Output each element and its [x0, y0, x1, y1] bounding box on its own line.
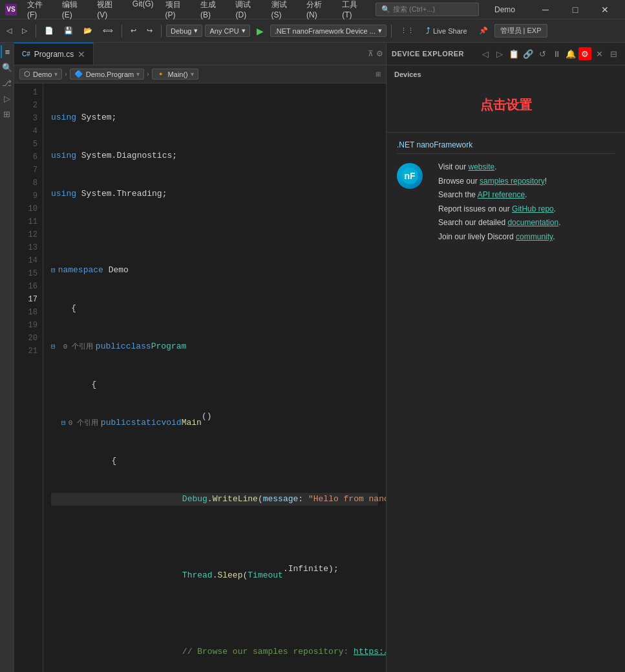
new-file-button[interactable]: 📄 [41, 25, 58, 36]
discord-link[interactable]: community [516, 232, 553, 241]
project-label: ⬡ [24, 70, 30, 78]
code-content[interactable]: using System; using System.Diagnostics; … [43, 83, 386, 672]
main-content: ≡ 🔍 ⎇ ▷ ⊞ C# Program.cs ✕ ⊼ ⚙ ⬡ Demo ▾ [0, 43, 625, 672]
nano-content: Visit our website. Browse our samples re… [438, 160, 560, 244]
code-line-12 [51, 531, 378, 544]
settings-gear-icon[interactable]: ⚙ [578, 47, 591, 60]
code-line-2: using System.Diagnostics; [51, 149, 378, 162]
collapse-icon[interactable]: ⊼ [368, 49, 374, 58]
device-explorer-panel: Device Explorer ◁ ▷ 📋 🔗 ↺ ⏸ 🔔 ⚙ ✕ ⊟ Devi… [386, 43, 625, 672]
code-editor[interactable]: 1 2 3 4 5 6 7 8 9 10 11 12 13 14 15 16 1… [14, 83, 386, 672]
line-num-19: 19 [14, 319, 37, 332]
editor-main: C# Program.cs ✕ ⊼ ⚙ ⬡ Demo ▾ › 🔷 Demo.Pr… [14, 43, 386, 672]
admin-button[interactable]: 管理员 | EXP [494, 24, 547, 38]
svg-text:nF: nF [404, 171, 416, 181]
redo-button[interactable]: ↪ [143, 25, 156, 36]
activity-bar: ≡ 🔍 ⎇ ▷ ⊞ [0, 43, 14, 672]
pin-button[interactable]: 📌 [475, 25, 492, 36]
project-name: Demo [33, 70, 52, 78]
save-button[interactable]: 💾 [60, 25, 77, 36]
path-arrow-2: ▾ [136, 70, 140, 78]
menu-view[interactable]: 视图(V) [92, 0, 125, 21]
close-button[interactable]: ✕ [590, 0, 620, 19]
nav-back-icon[interactable]: ◁ [479, 47, 492, 60]
search-box[interactable]: 🔍 搜索 (Ctrl+...) [376, 3, 479, 16]
bell-icon[interactable]: 🔔 [564, 47, 577, 60]
separator-1 [36, 25, 36, 38]
code-line-14 [51, 607, 378, 620]
search-placeholder: 搜索 (Ctrl+...) [393, 5, 435, 14]
project-dropdown[interactable]: ⬡ Demo ▾ [19, 69, 62, 80]
line-num-1: 1 [14, 86, 37, 99]
close-panel-icon[interactable]: ✕ [593, 47, 606, 60]
line-num-21: 21 [14, 345, 37, 358]
line-num-3: 3 [14, 112, 37, 125]
line-num-16: 16 [14, 280, 37, 293]
tab-program-cs[interactable]: C# Program.cs ✕ [14, 43, 94, 65]
forward-button[interactable]: ▷ [18, 25, 31, 36]
menu-project[interactable]: 项目(P) [160, 0, 194, 21]
menu-debug[interactable]: 调试(D) [230, 0, 264, 21]
panel-toolbar: ◁ ▷ 📋 🔗 ↺ ⏸ 🔔 ⚙ ✕ ⊟ [479, 47, 620, 60]
line-num-12: 12 [14, 228, 37, 241]
nav-forward-icon[interactable]: ▷ [493, 47, 506, 60]
code-line-5: ⊟namespace Demo [51, 264, 378, 277]
click-settings-hint: 点击设置 [394, 83, 617, 127]
cpu-dropdown[interactable]: Any CPU ▾ [205, 25, 249, 37]
open-button[interactable]: 📂 [79, 25, 96, 36]
website-link[interactable]: website [468, 162, 494, 171]
toolbar-icon-btn[interactable]: ⋮⋮ [396, 25, 418, 36]
nano-line-1: Visit our website. [438, 160, 560, 175]
github-link[interactable]: GitHub repo [512, 204, 554, 213]
menu-build[interactable]: 生成(B) [195, 0, 229, 21]
toolbar: ◁ ▷ 📄 💾 📂 ⟺ ↩ ↪ Debug ▾ Any CPU ▾ ▶ .NET… [0, 19, 625, 43]
menu-analyze[interactable]: 分析(N) [301, 0, 335, 21]
git-icon[interactable]: ⎇ [1, 76, 14, 89]
menu-edit[interactable]: 编辑(E) [57, 0, 90, 21]
minimize-button[interactable]: ─ [531, 0, 560, 19]
nano-line-3: Search the API reference. [438, 188, 560, 202]
run-button[interactable]: ▶ [253, 25, 268, 38]
docs-link[interactable]: documentation [507, 218, 558, 227]
line-num-8: 8 [14, 177, 37, 190]
panel-header: Device Explorer ◁ ▷ 📋 🔗 ↺ ⏸ 🔔 ⚙ ✕ ⊟ [387, 43, 625, 65]
cpu-label: Any CPU [209, 27, 238, 35]
path-options[interactable]: ⊞ [376, 70, 381, 78]
code-line-3: using System.Threading; [51, 188, 378, 201]
line-num-14: 14 [14, 254, 37, 267]
nano-header: .NET nanoFramework [397, 140, 615, 154]
path-bar: ⬡ Demo ▾ › 🔷 Demo.Program ▾ › 🔸 Main() ▾… [14, 65, 386, 83]
line-num-7: 7 [14, 164, 37, 177]
nano-logo: nF [397, 163, 423, 189]
settings-icon[interactable]: ⚙ [376, 49, 383, 58]
menu-tools[interactable]: 工具(T) [337, 0, 370, 21]
maximize-button[interactable]: □ [560, 0, 590, 19]
method-dropdown[interactable]: 🔸 Main() ▾ [152, 69, 198, 80]
api-link[interactable]: API reference [478, 190, 525, 199]
undo-button[interactable]: ↩ [127, 25, 140, 36]
search-sidebar-icon[interactable]: 🔍 [1, 61, 14, 74]
debug-dropdown[interactable]: Debug ▾ [166, 25, 202, 37]
live-share-button[interactable]: ⤴ Live Share [421, 25, 472, 37]
link-icon[interactable]: 🔗 [522, 47, 535, 60]
menu-file[interactable]: 文件(F) [22, 0, 56, 21]
explorer-icon[interactable]: ≡ [1, 45, 14, 58]
back-button[interactable]: ◁ [3, 25, 16, 36]
pause-icon[interactable]: ⏸ [550, 47, 563, 60]
debug-sidebar-icon[interactable]: ▷ [1, 92, 14, 105]
copy-icon[interactable]: 📋 [507, 47, 520, 60]
compare-button[interactable]: ⟺ [99, 25, 117, 36]
extensions-icon[interactable]: ⊞ [1, 107, 14, 120]
menu-test[interactable]: 测试(S) [266, 0, 300, 21]
float-panel-icon[interactable]: ⊟ [607, 47, 620, 60]
tab-close-button[interactable]: ✕ [78, 49, 85, 60]
refresh-icon[interactable]: ↺ [536, 47, 549, 60]
tab-label: Program.cs [34, 50, 74, 59]
code-line-9: ⊟ 0 个引用 public static void Main() [51, 417, 378, 429]
namespace-dropdown[interactable]: 🔷 Demo.Program ▾ [70, 69, 145, 80]
debug-label: Debug [171, 27, 191, 35]
device-dropdown[interactable]: .NET nanoFramework Device ... ▾ [270, 25, 387, 37]
menu-git[interactable]: Git(G) [127, 0, 159, 21]
code-line-13: Thread.Sleep(Timeout.Infinite); [51, 569, 378, 582]
samples-link[interactable]: samples repository [480, 177, 545, 186]
